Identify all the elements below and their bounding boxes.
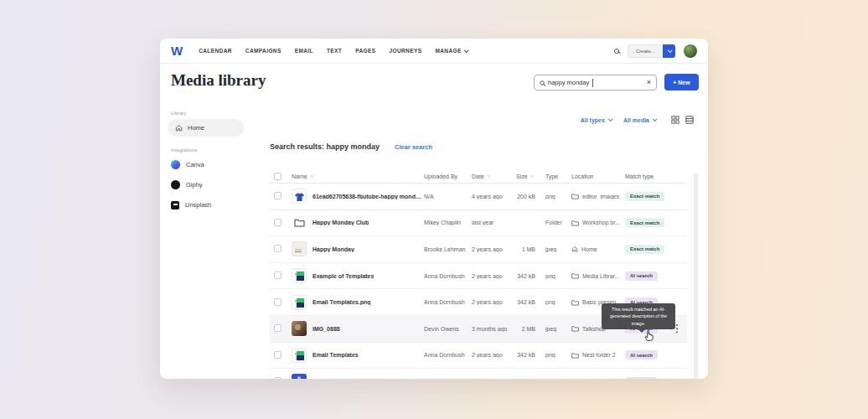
table-row[interactable]: Example of Templates Anna Dornbush 2 yea… — [270, 263, 687, 290]
grid-view-icon[interactable] — [671, 116, 679, 124]
type-value: png — [545, 352, 571, 358]
row-checkbox[interactable] — [274, 324, 282, 332]
text-cursor — [592, 79, 593, 87]
location-cell: Home — [571, 246, 625, 252]
filter-all-media[interactable]: All media — [623, 117, 656, 123]
clear-search-link[interactable]: Clear search — [395, 143, 432, 151]
list-view-icon[interactable] — [685, 116, 694, 124]
type-value: png — [545, 194, 571, 199]
search-input[interactable]: happy monday × — [534, 75, 657, 91]
size-value: 342 kB — [516, 273, 545, 279]
location-value: Workshop br... — [582, 220, 620, 225]
uploaded-by-value: Devin Owens — [424, 326, 472, 332]
date-value: 3 months ago — [472, 326, 516, 332]
clear-input-icon[interactable]: × — [647, 79, 651, 86]
date-value: last year — [472, 220, 516, 225]
nav-item-journeys[interactable]: JOURNEYS — [389, 48, 421, 54]
scrollbar[interactable] — [694, 173, 698, 379]
nav-item-pages[interactable]: PAGES — [355, 48, 375, 54]
search-icon[interactable] — [614, 49, 619, 54]
search-icon — [540, 80, 544, 85]
filter-media-label: All media — [623, 117, 649, 123]
date-value: 4 years ago — [472, 194, 516, 199]
location-value: Media Librar... — [582, 273, 619, 279]
folder-icon — [571, 193, 579, 199]
media-table: Name↑↓ Uploaded By Date↑↓ Size↑↓ Type Lo… — [270, 169, 687, 379]
location-value: Nest folder 2 — [582, 352, 616, 358]
row-checkbox[interactable] — [274, 272, 282, 279]
sort-icon: ↑↓ — [487, 173, 490, 178]
create-dropdown-button[interactable] — [663, 44, 675, 58]
sidebar-item-unsplash[interactable]: Unsplash — [171, 199, 211, 210]
file-thumbnail — [292, 268, 307, 283]
column-header-size[interactable]: Size↑↓ — [516, 173, 545, 179]
row-checkbox[interactable] — [274, 351, 282, 359]
type-value: Folder — [545, 220, 571, 225]
sidebar-item-home[interactable]: Home — [168, 119, 244, 137]
nav-item-campaigns[interactable]: CAMPAIGNS — [245, 48, 282, 54]
nav-item-email[interactable]: EMAIL — [295, 48, 313, 54]
giphy-icon — [171, 180, 180, 189]
search-input-value: happy monday — [548, 79, 589, 86]
uploaded-by-value: Brooke Lehman — [424, 246, 472, 252]
table-row[interactable]: AI search — [270, 369, 687, 379]
integration-label: Canva — [186, 161, 204, 168]
type-value: png — [545, 273, 571, 279]
folder-icon — [571, 299, 579, 306]
chevron-down-icon — [608, 116, 613, 122]
sidebar-item-giphy[interactable]: Giphy — [171, 179, 203, 190]
size-value: 342 kB — [516, 352, 545, 358]
sort-icon: ↑↓ — [530, 173, 534, 178]
size-value: 342 kB — [516, 299, 545, 305]
filter-all-types[interactable]: All types — [581, 117, 612, 123]
folder-icon — [571, 272, 579, 279]
table-header-row: Name↑↓ Uploaded By Date↑↓ Size↑↓ Type Lo… — [270, 169, 687, 184]
location-cell: editor_images — [571, 193, 625, 199]
create-button[interactable]: Create... — [628, 44, 675, 58]
canva-icon — [171, 160, 180, 169]
row-checkbox[interactable] — [274, 245, 282, 252]
row-checkbox[interactable] — [274, 219, 282, 226]
avatar[interactable] — [684, 44, 697, 58]
row-checkbox[interactable] — [274, 377, 282, 379]
folder-icon — [571, 325, 579, 332]
filter-bar: All types All media — [270, 116, 694, 124]
type-value: jpeg — [545, 326, 571, 332]
column-header-date[interactable]: Date↑↓ — [472, 173, 516, 179]
home-icon — [571, 246, 578, 252]
new-button[interactable]: + New — [664, 74, 699, 91]
table-row[interactable]: Happy Monday Club Mikey Chaplin last yea… — [270, 210, 687, 237]
table-row[interactable]: Happy Monday Brooke Lehman 2 years ago 1… — [270, 236, 687, 263]
sidebar-home-label: Home — [188, 124, 204, 132]
uploaded-by-value: Anna Dornbush — [424, 352, 472, 358]
location-value: Home — [581, 246, 597, 252]
match-badge: AI search — [625, 377, 658, 379]
file-thumbnail — [292, 295, 307, 310]
file-thumbnail — [292, 241, 307, 256]
column-header-match-type: Match type — [625, 173, 673, 179]
location-cell: Nest folder 2 — [571, 352, 625, 359]
column-header-location: Location — [571, 173, 625, 179]
uploaded-by-value: Mikey Chaplin — [424, 220, 472, 225]
select-all-checkbox[interactable] — [274, 173, 282, 180]
table-row[interactable]: Email Templates Anna Dornbush 2 years ag… — [270, 343, 687, 370]
top-navigation: W CALENDAR CAMPAIGNS EMAIL TEXT PAGES JO… — [160, 39, 708, 64]
file-name: Email Templates — [313, 352, 359, 358]
brand-logo[interactable]: W — [171, 44, 182, 58]
results-title: Search results: happy monday — [270, 142, 380, 151]
size-value: 2 MB — [516, 326, 545, 332]
nav-item-manage[interactable]: MANAGE — [435, 48, 467, 54]
sidebar-item-canva[interactable]: Canva — [171, 159, 204, 170]
integration-label: Giphy — [186, 181, 203, 189]
row-checkbox[interactable] — [274, 298, 282, 306]
nav-item-text[interactable]: TEXT — [327, 48, 342, 54]
match-badge: AI search — [625, 350, 658, 360]
row-checkbox[interactable] — [274, 192, 282, 199]
nav-item-calendar[interactable]: CALENDAR — [199, 48, 232, 54]
view-toggle — [671, 116, 694, 124]
column-header-name[interactable]: Name↑↓ — [292, 173, 424, 179]
nav-right-cluster: Create... — [614, 44, 697, 58]
table-row[interactable]: 61ead62705638-fbutube-happy monday t-shi… — [270, 184, 687, 210]
file-name: IMG_0888 — [313, 326, 340, 332]
location-cell: Workshop br... — [571, 220, 625, 226]
